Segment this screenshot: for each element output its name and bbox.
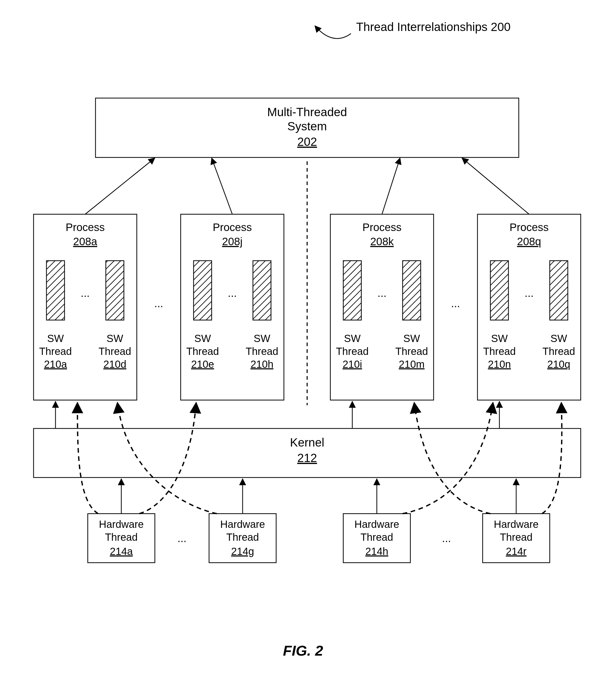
- svg-rect-16: [343, 261, 361, 320]
- svg-line-11: [462, 158, 529, 214]
- hw-g: 214g: [231, 546, 254, 557]
- proc-j-label: Process: [213, 221, 252, 233]
- hw-l2: Thread: [105, 532, 138, 543]
- svg-rect-15: [253, 261, 271, 320]
- svg-line-10: [382, 158, 400, 214]
- proc-q-id: 208q: [517, 235, 541, 248]
- svg-line-8: [85, 158, 155, 214]
- hw-l2: Thread: [226, 532, 259, 543]
- sw-l2: Thread: [246, 346, 278, 357]
- mts-id: 202: [297, 135, 317, 148]
- proc-k-id: 208k: [370, 235, 394, 248]
- figure-caption: FIG. 2: [283, 643, 323, 659]
- sw-l1: SW: [551, 333, 567, 344]
- svg-line-9: [212, 158, 232, 214]
- sw-l2: Thread: [186, 346, 219, 357]
- sw-l1: SW: [491, 333, 508, 344]
- sw-l1: SW: [403, 333, 420, 344]
- proc-k-label: Process: [363, 221, 402, 233]
- hw-l1: Hardware: [354, 518, 399, 530]
- ellipsis: ...: [451, 297, 460, 309]
- sw-n: 210n: [488, 358, 511, 370]
- kernel-id: 212: [297, 451, 317, 465]
- proc-a-label: Process: [66, 221, 105, 233]
- hw-l1: Hardware: [99, 518, 143, 530]
- ellipsis: ...: [177, 532, 186, 544]
- sw-l2: Thread: [99, 346, 131, 357]
- sw-l1: SW: [254, 333, 271, 344]
- hw-a: 214a: [110, 546, 133, 557]
- sw-l1: SW: [47, 333, 64, 344]
- sw-l1: SW: [107, 333, 123, 344]
- sw-l2: Thread: [336, 346, 369, 357]
- svg-rect-19: [550, 261, 568, 320]
- mts-l2: System: [287, 119, 327, 133]
- hw-l2: Thread: [360, 532, 393, 543]
- sw-l1: SW: [194, 333, 211, 344]
- ellipsis: ...: [154, 297, 163, 309]
- ellipsis: ...: [228, 287, 237, 299]
- ellipsis: ...: [80, 287, 90, 299]
- mts-l1: Multi-Threaded: [267, 105, 347, 119]
- proc-q-label: Process: [510, 221, 549, 233]
- diagram-title: Thread Interrelationships 200: [356, 20, 511, 33]
- hw-r: 214r: [506, 546, 527, 557]
- svg-rect-17: [403, 261, 421, 320]
- sw-l1: SW: [344, 333, 361, 344]
- sw-d: 210d: [103, 358, 126, 370]
- sw-i: 210i: [343, 358, 362, 370]
- svg-rect-14: [193, 261, 212, 320]
- ellipsis: ...: [442, 532, 451, 544]
- sw-e: 210e: [191, 358, 214, 370]
- proc-a-id: 208a: [73, 235, 97, 248]
- sw-a: 210a: [44, 358, 67, 370]
- sw-l2: Thread: [395, 346, 428, 357]
- sw-m: 210m: [399, 358, 424, 370]
- hw-l2: Thread: [500, 532, 533, 543]
- sw-l2: Thread: [483, 346, 516, 357]
- svg-rect-13: [106, 261, 124, 320]
- svg-rect-12: [46, 261, 65, 320]
- svg-rect-18: [490, 261, 509, 320]
- ellipsis: ...: [377, 287, 387, 299]
- hw-l1: Hardware: [494, 518, 538, 530]
- sw-l2: Thread: [39, 346, 72, 357]
- sw-l2: Thread: [542, 346, 575, 357]
- diagram: Thread Interrelationships 200 Multi-Thre…: [0, 0, 606, 700]
- proc-j-id: 208j: [222, 235, 242, 248]
- sw-h: 210h: [251, 358, 274, 370]
- ellipsis: ...: [525, 287, 534, 299]
- hw-l1: Hardware: [220, 518, 265, 530]
- kernel-label: Kernel: [290, 436, 324, 449]
- hw-h: 214h: [366, 546, 389, 557]
- sw-q: 210q: [547, 358, 570, 370]
